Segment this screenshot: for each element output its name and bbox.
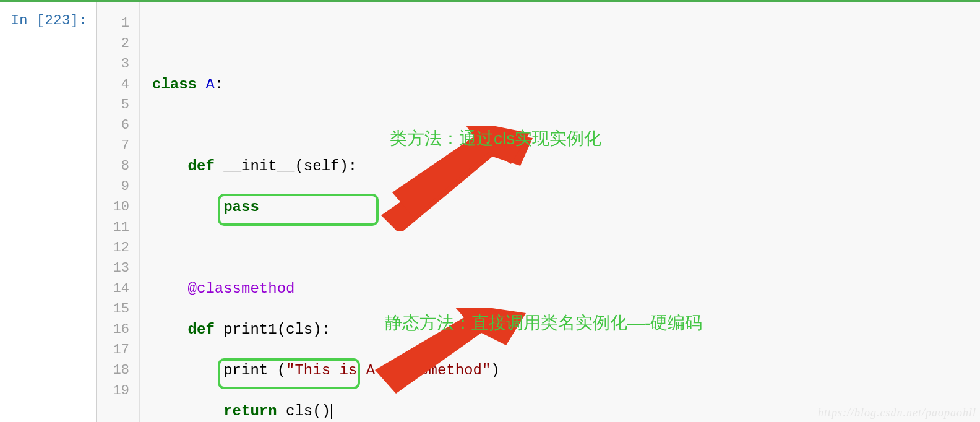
- notebook-code-cell: In [223]: 1 2 3 4 5 6 7 8 9 10 11 12 13 …: [0, 0, 980, 422]
- param: self: [304, 158, 340, 174]
- highlight-return-cls: [218, 194, 379, 226]
- watermark: https://blog.csdn.net/paopaohll: [818, 407, 976, 420]
- line-number: 14: [97, 278, 129, 299]
- keyword-return: return: [223, 403, 277, 420]
- method-name: print1: [223, 321, 277, 338]
- prompt-label: In [223]:: [11, 13, 87, 28]
- method-name: __init__: [223, 158, 294, 174]
- annotation-staticmethod: 静态方法：直接调用类名实例化—-硬编码: [385, 312, 702, 333]
- line-number: 18: [97, 360, 129, 381]
- line-number: 4: [97, 74, 129, 95]
- line-number: 15: [97, 299, 129, 319]
- keyword-def: def: [188, 158, 215, 174]
- code-line[interactable]: [152, 238, 980, 258]
- code-line[interactable]: class A:: [152, 74, 980, 95]
- line-number: 19: [97, 381, 129, 401]
- line-number: 3: [97, 54, 129, 74]
- line-number-gutter: 1 2 3 4 5 6 7 8 9 10 11 12 13 14 15 16 1…: [97, 2, 140, 422]
- line-number: 17: [97, 340, 129, 360]
- annotation-classmethod: 类方法：通过cls实现实例化: [390, 128, 601, 149]
- code-line[interactable]: @classmethod: [152, 278, 980, 299]
- line-number: 6: [97, 115, 129, 136]
- keyword-class: class: [152, 76, 197, 93]
- line-number: 13: [97, 258, 129, 278]
- line-number: 16: [97, 319, 129, 340]
- class-name: A: [205, 76, 214, 93]
- line-number: 9: [97, 176, 129, 197]
- code-editor[interactable]: 1 2 3 4 5 6 7 8 9 10 11 12 13 14 15 16 1…: [96, 2, 980, 422]
- input-prompt: In [223]:: [0, 2, 96, 422]
- code-line[interactable]: def __init__(self):: [152, 156, 980, 176]
- decorator: @classmethod: [188, 280, 295, 297]
- line-number: 12: [97, 238, 129, 258]
- expr: cls(): [286, 403, 330, 420]
- code-line[interactable]: [152, 33, 980, 54]
- param: cls: [286, 321, 312, 338]
- line-number: 8: [97, 156, 129, 176]
- text-cursor: [331, 404, 332, 419]
- line-number: 10: [97, 197, 129, 217]
- highlight-return-a: [218, 358, 360, 389]
- line-number: 11: [97, 217, 129, 238]
- line-number: 7: [97, 136, 129, 156]
- code-content[interactable]: class A: def __init__(self): pass @class…: [140, 2, 980, 422]
- line-number: 5: [97, 95, 129, 115]
- line-number: 2: [97, 33, 129, 54]
- line-number: 1: [97, 13, 129, 33]
- keyword-def: def: [188, 321, 215, 338]
